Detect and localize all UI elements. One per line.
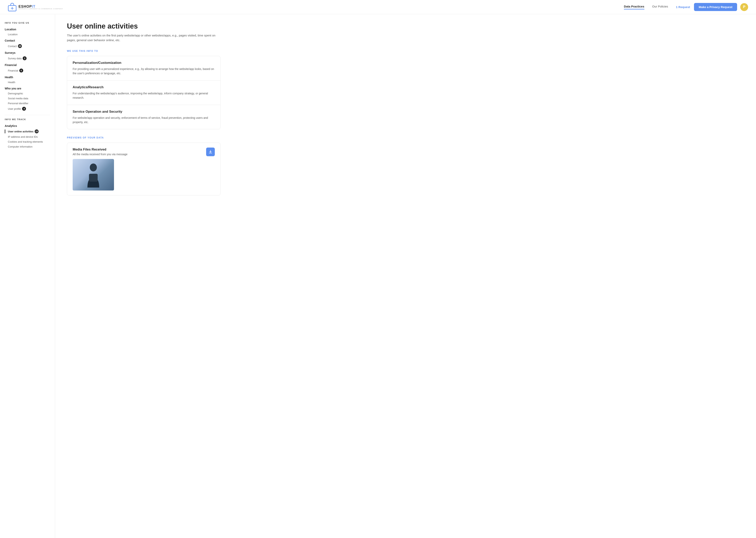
page-title: User online activities bbox=[67, 22, 220, 30]
sidebar-item-survey-data[interactable]: Survey data 2 bbox=[5, 55, 50, 61]
main-layout: INFO YOU GIVE US Location Location Conta… bbox=[0, 14, 756, 538]
sidebar-item-user-profile[interactable]: User profile 4 bbox=[5, 106, 50, 112]
user-online-activities-badge: 19 bbox=[35, 130, 39, 134]
sidebar-group-who-you-are: Who you are Demographic Social media dat… bbox=[5, 86, 50, 112]
sidebar-item-demographic[interactable]: Demographic bbox=[5, 91, 50, 96]
person-silhouette bbox=[85, 162, 101, 188]
info-card-personalization-desc: For providing user with a personalized e… bbox=[72, 67, 215, 76]
sidebar-item-computer-information[interactable]: Computer information bbox=[5, 144, 50, 149]
sidebar-group-title-financial[interactable]: Financial bbox=[5, 63, 50, 68]
header: ESHOP IT WORLD'S LARGEST E-COMMERCE COMP… bbox=[0, 0, 756, 14]
media-card-desc: All the media received from you via mess… bbox=[72, 153, 215, 156]
sidebar-item-user-online-activities[interactable]: User online activities 19 bbox=[5, 129, 50, 134]
sidebar-item-financial[interactable]: Financial 6 bbox=[5, 68, 50, 74]
avatar[interactable]: P bbox=[740, 3, 748, 11]
svg-rect-4 bbox=[89, 174, 98, 182]
page-description: The user's online activities on the firs… bbox=[67, 33, 220, 42]
survey-data-badge: 2 bbox=[23, 56, 26, 60]
svg-point-3 bbox=[90, 164, 97, 171]
sidebar-section-info-give: INFO YOU GIVE US bbox=[5, 22, 50, 24]
media-card: Media Files Received All the media recei… bbox=[67, 143, 220, 195]
sidebar: INFO YOU GIVE US Location Location Conta… bbox=[0, 14, 55, 538]
logo-text-block: ESHOP IT WORLD'S LARGEST E-COMMERCE COMP… bbox=[19, 5, 63, 10]
info-card-analytics-desc: For understanding the website/app's audi… bbox=[72, 91, 215, 100]
contact-badge: 28 bbox=[18, 44, 22, 48]
info-card-personalization: Personalization/Customization For provid… bbox=[67, 56, 220, 81]
sidebar-group-title-surveys[interactable]: Surveys bbox=[5, 50, 50, 55]
logo-area: ESHOP IT WORLD'S LARGEST E-COMMERCE COMP… bbox=[8, 3, 63, 11]
sidebar-group-title-health[interactable]: Health bbox=[5, 75, 50, 80]
sidebar-item-health[interactable]: Health bbox=[5, 80, 50, 85]
main-content: User online activities The user's online… bbox=[55, 14, 232, 538]
sidebar-group-title-who-you-are[interactable]: Who you are bbox=[5, 86, 50, 91]
user-profile-badge: 4 bbox=[22, 107, 26, 111]
sidebar-group-title-analytics[interactable]: Analytics bbox=[5, 123, 50, 129]
media-card-title: Media Files Received bbox=[72, 147, 215, 151]
download-icon bbox=[209, 150, 213, 154]
sidebar-group-location: Location Location bbox=[5, 27, 50, 37]
make-privacy-request-button[interactable]: Make a Privacy Request bbox=[694, 3, 737, 11]
use-info-label: WE USE THIS INFO TO bbox=[67, 50, 220, 52]
info-card-analytics-title: Analytics/Research bbox=[72, 85, 215, 89]
sidebar-group-surveys: Surveys Survey data 2 bbox=[5, 50, 50, 61]
info-card-security-title: Service Operation and Security bbox=[72, 110, 215, 114]
download-button[interactable] bbox=[206, 147, 215, 156]
sidebar-group-health: Health Health bbox=[5, 75, 50, 85]
sidebar-item-cookies-tracking[interactable]: Cookies and tracking elements bbox=[5, 139, 50, 144]
request-link[interactable]: 1 Request bbox=[676, 5, 690, 9]
financial-badge: 6 bbox=[19, 69, 23, 73]
sidebar-group-analytics: Analytics User online activities 19 IP a… bbox=[5, 123, 50, 149]
sidebar-item-contact[interactable]: Contact 28 bbox=[5, 43, 50, 49]
tab-data-practices[interactable]: Data Practices bbox=[624, 5, 644, 10]
media-image bbox=[72, 159, 114, 190]
sidebar-item-personal-identifier[interactable]: Personal identifier bbox=[5, 101, 50, 106]
sidebar-group-financial: Financial Financial 6 bbox=[5, 63, 50, 74]
logo-subtitle: WORLD'S LARGEST E-COMMERCE COMPANY bbox=[19, 8, 63, 10]
logo-icon bbox=[8, 3, 17, 11]
sidebar-item-social-media-data[interactable]: Social media data bbox=[5, 96, 50, 101]
info-card-security-desc: For website/app operation and security, … bbox=[72, 116, 215, 125]
info-card-personalization-title: Personalization/Customization bbox=[72, 61, 215, 65]
info-card-analytics: Analytics/Research For understanding the… bbox=[67, 81, 220, 105]
sidebar-group-title-contact[interactable]: Contact bbox=[5, 38, 50, 43]
sidebar-item-ip-address[interactable]: IP address and device IDs bbox=[5, 134, 50, 139]
tab-our-policies[interactable]: Our Policies bbox=[652, 5, 668, 10]
info-card-security: Service Operation and Security For websi… bbox=[67, 105, 220, 129]
main-nav: Data Practices Our Policies bbox=[624, 5, 668, 10]
sidebar-group-title-location[interactable]: Location bbox=[5, 27, 50, 32]
sidebar-group-contact: Contact Contact 28 bbox=[5, 38, 50, 49]
sidebar-item-location[interactable]: Location bbox=[5, 32, 50, 37]
previews-label: PREVIEWS OF YOUR DATA bbox=[67, 136, 220, 139]
sidebar-section-info-track: INFO WE TRACK bbox=[5, 118, 50, 121]
use-info-cards: Personalization/Customization For provid… bbox=[67, 56, 220, 129]
